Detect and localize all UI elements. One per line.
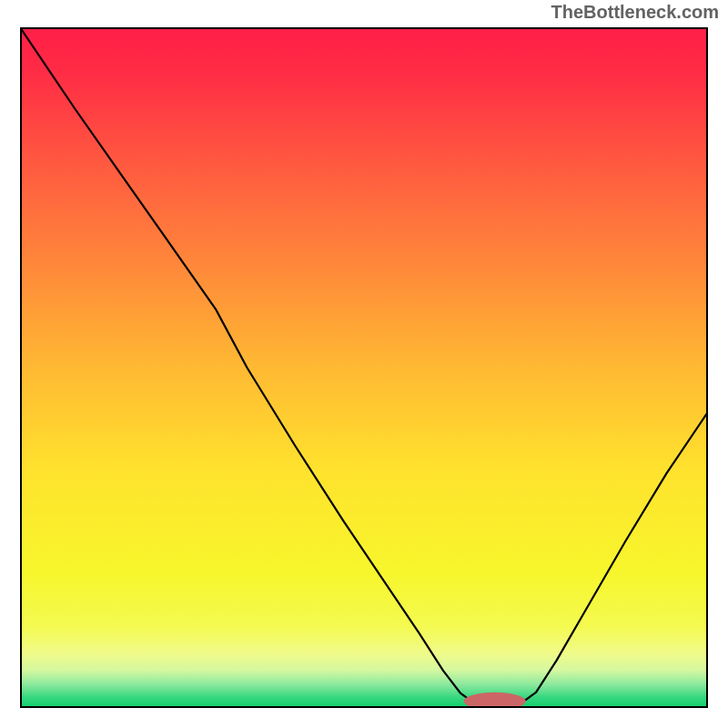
chart-svg	[20, 27, 708, 708]
watermark-text: TheBottleneck.com	[551, 2, 719, 23]
chart-background	[20, 27, 708, 708]
plot-area	[20, 27, 708, 708]
chart-container: TheBottleneck.com	[0, 0, 728, 728]
